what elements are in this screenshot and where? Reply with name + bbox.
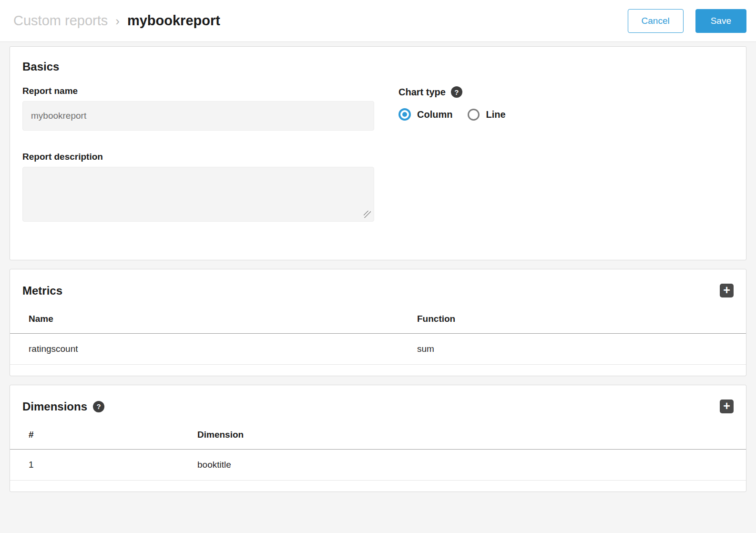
header-actions: Cancel Save — [628, 9, 746, 33]
table-row[interactable]: 1 booktitle — [10, 450, 746, 481]
add-metric-button[interactable]: + — [720, 284, 734, 297]
radio-unselected-icon[interactable] — [468, 109, 480, 121]
dimensions-card: Dimensions ? + # Dimension 1 booktitle — [10, 385, 746, 492]
dimensions-table: # Dimension 1 booktitle — [10, 420, 746, 481]
help-icon[interactable]: ? — [451, 86, 462, 98]
radio-selected-icon[interactable] — [398, 108, 411, 121]
chart-type-options: Column Line — [398, 108, 506, 121]
breadcrumb-parent-link[interactable]: Custom reports — [13, 13, 108, 29]
dimensions-col-dimension: Dimension — [179, 420, 746, 450]
metric-name-cell: ratingscount — [10, 334, 398, 365]
metrics-col-function: Function — [398, 304, 746, 334]
metric-function-cell: sum — [398, 334, 746, 365]
cancel-button[interactable]: Cancel — [628, 9, 684, 33]
dimension-index-cell: 1 — [10, 450, 179, 481]
main-content: Basics Report name Report description Ch — [0, 42, 756, 510]
breadcrumb: Custom reports › mybookreport — [13, 13, 220, 29]
radio-option-line[interactable]: Line — [468, 109, 505, 121]
page-header: Custom reports › mybookreport Cancel Sav… — [0, 0, 756, 42]
chevron-right-icon: › — [115, 13, 120, 29]
basics-card: Basics Report name Report description Ch — [10, 46, 746, 260]
resize-handle-icon[interactable] — [364, 211, 371, 218]
report-description-textarea[interactable] — [22, 167, 374, 222]
metrics-title: Metrics — [22, 284, 62, 297]
report-name-input[interactable] — [22, 101, 374, 131]
dimension-name-cell: booktitle — [179, 450, 746, 481]
report-description-label: Report description — [22, 152, 374, 162]
metrics-card: Metrics + Name Function ratingscount sum — [10, 269, 746, 376]
metrics-col-name: Name — [10, 304, 398, 334]
chart-type-label: Chart type — [398, 87, 446, 98]
report-name-label: Report name — [22, 86, 374, 96]
table-row[interactable]: ratingscount sum — [10, 334, 746, 365]
help-icon[interactable]: ? — [93, 401, 104, 412]
add-dimension-button[interactable]: + — [720, 400, 734, 413]
save-button[interactable]: Save — [695, 9, 746, 33]
basics-title: Basics — [22, 60, 734, 73]
dimensions-col-index: # — [10, 420, 179, 450]
metrics-table: Name Function ratingscount sum — [10, 304, 746, 365]
dimensions-title: Dimensions — [22, 400, 87, 413]
radio-option-column[interactable]: Column — [398, 108, 452, 121]
breadcrumb-current: mybookreport — [127, 13, 220, 29]
